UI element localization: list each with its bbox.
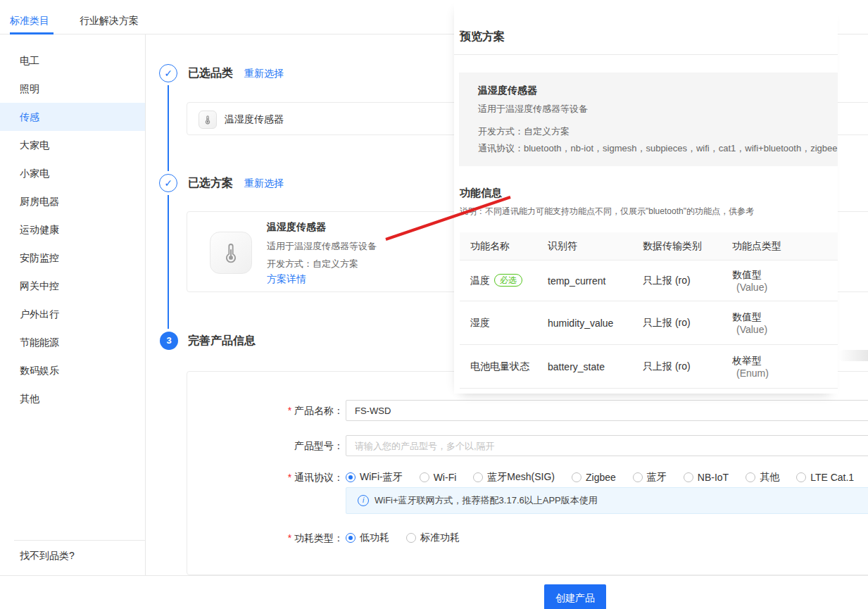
preview-solution-summary: 温湿度传感器 适用于温湿度传感器等设备 开发方式：自定义方案 通讯协议：blue… xyxy=(459,73,838,166)
dp-name: 温度 xyxy=(470,275,490,286)
radio-icon xyxy=(572,472,581,482)
radio-nbiot[interactable]: NB-IoT xyxy=(684,472,729,483)
radio-icon xyxy=(406,533,416,543)
preview-divider xyxy=(454,54,838,55)
step2-check-icon xyxy=(159,174,177,192)
step-connector-2 xyxy=(168,195,169,329)
table-header-row: 功能名称 识别符 数据传输类别 功能点类型 xyxy=(460,232,838,260)
table-row: 电池电量状态 battery_state 只上报 (ro) 枚举型(Enum) xyxy=(460,345,838,389)
dp-type: 数值型 xyxy=(732,269,838,282)
radio-low-power[interactable]: 低功耗 xyxy=(346,532,389,544)
step2-title: 已选方案 xyxy=(188,176,233,191)
solution-name: 温湿度传感器 xyxy=(267,221,326,234)
protocol-radio-group: WiFi-蓝牙 Wi-Fi 蓝牙Mesh(SIG) Zigbee 蓝牙 NB-I… xyxy=(346,471,854,484)
underlying-fragment xyxy=(838,350,868,361)
step3-title: 完善产品信息 xyxy=(188,334,256,349)
active-tab-underline xyxy=(10,32,54,34)
sidebar-item-energy[interactable]: 节能能源 xyxy=(0,328,145,356)
dp-type: 数值型 xyxy=(732,311,838,324)
dp-transfer: 只上报 (ro) xyxy=(632,360,722,373)
solution-desc: 适用于温湿度传感器等设备 xyxy=(267,240,377,253)
sidebar-item-outdoor[interactable]: 户外出行 xyxy=(0,300,145,328)
preview-protocols: 通讯协议：bluetooth，nb-iot，sigmesh，subpieces，… xyxy=(478,142,837,155)
radio-icon xyxy=(473,472,483,482)
sidebar-item-sensor[interactable]: 传感 xyxy=(0,103,145,131)
power-type-label: 功耗类型： xyxy=(187,532,344,544)
radio-other[interactable]: 其他 xyxy=(746,471,779,484)
sidebar-item-gateway[interactable]: 网关中控 xyxy=(0,272,145,300)
function-info-note: 说明：不同通讯能力可能支持功能点不同，仅展示"bluetooth"的功能点，供参… xyxy=(460,206,754,218)
sidebar-item-lighting[interactable]: 照明 xyxy=(0,75,145,103)
sidebar-item-small-appliance[interactable]: 小家电 xyxy=(0,159,145,187)
radio-icon xyxy=(684,472,693,482)
radio-selected-icon xyxy=(346,472,356,482)
protocol-label: 通讯协议： xyxy=(187,471,344,484)
cannot-find-category-link[interactable]: 找不到品类? xyxy=(20,550,75,563)
radio-icon xyxy=(633,472,643,482)
preview-solution-desc: 适用于温湿度传感器等设备 xyxy=(478,103,588,115)
step-connector-1 xyxy=(168,85,169,171)
radio-wifi[interactable]: Wi-Fi xyxy=(420,472,457,483)
selected-category-name: 温湿度传感器 xyxy=(225,113,284,126)
product-model-label: 产品型号： xyxy=(187,439,344,452)
product-info-form: 产品名称： 产品型号： 通讯协议： WiFi-蓝牙 Wi-Fi 蓝牙Mesh(S… xyxy=(187,371,868,575)
tab-industry-solution[interactable]: 行业解决方案 xyxy=(80,15,139,27)
sidebar-item-digital-entertainment[interactable]: 数码娱乐 xyxy=(0,356,145,384)
sidebar-item-electrical[interactable]: 电工 xyxy=(0,46,145,75)
radio-wifi-ble[interactable]: WiFi-蓝牙 xyxy=(346,471,403,484)
dp-identifier: battery_state xyxy=(537,361,632,372)
create-product-button[interactable]: 创建产品 xyxy=(544,584,606,609)
protocol-info-banner: WiFi+蓝牙联网方式，推荐搭配3.17.6以上APP版本使用 xyxy=(346,487,868,514)
power-radio-group: 低功耗 标准功耗 xyxy=(346,532,460,544)
sidebar-footer-divider xyxy=(14,540,145,541)
solution-preview-panel: 预览方案 温湿度传感器 适用于温湿度传感器等设备 开发方式：自定义方案 通讯协议… xyxy=(454,0,838,394)
dp-name: 湿度 xyxy=(460,317,537,329)
step3-number-badge: 3 xyxy=(160,332,178,350)
step1-reselect-link[interactable]: 重新选择 xyxy=(244,68,284,80)
dp-identifier: temp_current xyxy=(537,275,632,287)
tab-standard-category[interactable]: 标准类目 xyxy=(10,15,49,27)
radio-standard-power[interactable]: 标准功耗 xyxy=(406,532,460,544)
thermometer-icon xyxy=(199,111,217,129)
preview-solution-name: 温湿度传感器 xyxy=(478,84,537,97)
radio-ble-mesh[interactable]: 蓝牙Mesh(SIG) xyxy=(473,471,555,484)
table-row: 湿度 humidity_value 只上报 (ro) 数值型(Value) xyxy=(460,301,838,345)
preview-dev-mode: 开发方式：自定义方案 xyxy=(478,125,570,138)
radio-ble[interactable]: 蓝牙 xyxy=(633,471,667,484)
product-model-input[interactable] xyxy=(346,435,868,456)
dp-transfer: 只上报 (ro) xyxy=(632,317,722,329)
sidebar-item-others[interactable]: 其他 xyxy=(0,384,145,413)
solution-dev-mode: 开发方式：自定义方案 xyxy=(267,258,358,270)
solution-detail-link[interactable]: 方案详情 xyxy=(267,273,306,286)
dp-name: 电池电量状态 xyxy=(460,360,537,373)
function-table: 功能名称 识别符 数据传输类别 功能点类型 温度必选 temp_current … xyxy=(460,232,838,389)
sidebar-item-security[interactable]: 安防监控 xyxy=(0,244,145,272)
product-name-input[interactable] xyxy=(346,400,868,421)
sidebar-border xyxy=(145,34,146,575)
footer-bar: 创建产品 xyxy=(0,575,868,609)
step2-reselect-link[interactable]: 重新选择 xyxy=(244,177,284,190)
dp-type: 枚举型 xyxy=(732,355,838,368)
sidebar-item-large-appliance[interactable]: 大家电 xyxy=(0,131,145,159)
radio-icon xyxy=(796,472,806,482)
table-row: 温度必选 temp_current 只上报 (ro) 数值型(Value) xyxy=(460,260,838,301)
radio-selected-icon xyxy=(346,533,356,543)
product-create-page: 标准类目 行业解决方案 电工 照明 传感 大家电 小家电 厨房电器 运动健康 安… xyxy=(0,0,868,609)
step1-check-icon xyxy=(159,64,177,82)
required-badge: 必选 xyxy=(494,274,522,287)
banner-text: WiFi+蓝牙联网方式，推荐搭配3.17.6以上APP版本使用 xyxy=(375,494,598,507)
step1-title: 已选品类 xyxy=(188,66,233,81)
function-info-title: 功能信息 xyxy=(460,187,502,200)
radio-icon xyxy=(420,472,429,482)
dp-transfer: 只上报 (ro) xyxy=(632,275,722,287)
info-icon xyxy=(358,495,369,506)
radio-zigbee[interactable]: Zigbee xyxy=(572,472,616,483)
thermometer-icon-large xyxy=(210,232,252,274)
radio-lte-cat1[interactable]: LTE Cat.1 xyxy=(796,472,854,483)
radio-icon xyxy=(746,472,755,482)
sidebar-item-kitchen-appliance[interactable]: 厨房电器 xyxy=(0,187,145,215)
product-name-label: 产品名称： xyxy=(187,404,344,417)
preview-title: 预览方案 xyxy=(460,30,505,44)
dp-identifier: humidity_value xyxy=(537,318,632,329)
sidebar-item-sport-health[interactable]: 运动健康 xyxy=(0,215,145,244)
